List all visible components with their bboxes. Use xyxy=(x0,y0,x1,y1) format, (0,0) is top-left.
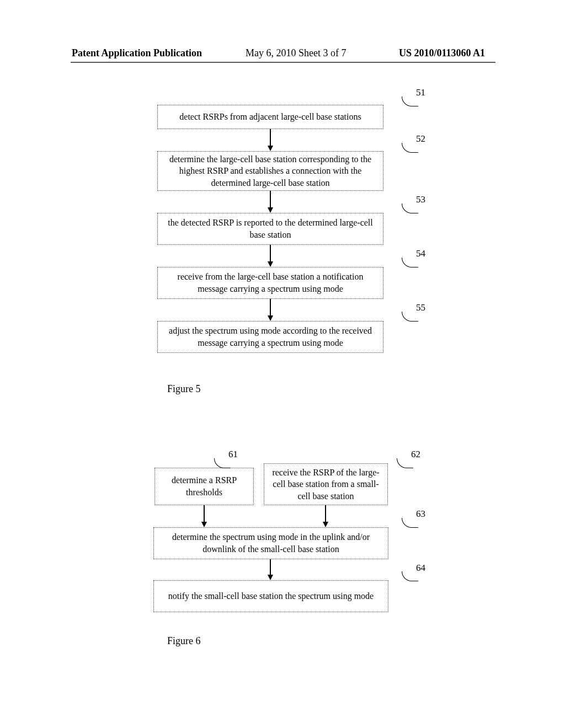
figure-caption: Figure 6 xyxy=(167,635,201,647)
flow-step-55: adjust the spectrum using mode according… xyxy=(157,321,383,353)
flow-step-text: receive the RSRP of the large-cell base … xyxy=(270,467,382,502)
flow-step-text: receive from the large-cell base station… xyxy=(163,271,377,295)
reference-leader xyxy=(402,97,418,106)
flow-step-53: the detected RSRP is reported to the det… xyxy=(157,213,383,245)
flow-step-64: notify the small-cell base station the s… xyxy=(153,580,388,612)
flow-step-54: receive from the large-cell base station… xyxy=(157,267,383,299)
reference-leader xyxy=(214,458,231,468)
header-rule xyxy=(71,62,495,63)
flow-step-text: determine a RSRP thresholds xyxy=(161,474,248,498)
figure-caption: Figure 5 xyxy=(167,383,201,395)
flow-step-text: determine the large-cell base station co… xyxy=(163,153,377,189)
flow-step-text: detect RSRPs from adjacent large-cell ba… xyxy=(179,111,361,123)
flow-step-text: notify the small-cell base station the s… xyxy=(168,590,374,602)
figure-5: detect RSRPs from adjacent large-cell ba… xyxy=(0,83,565,397)
flow-step-52: determine the large-cell base station co… xyxy=(157,151,383,191)
header-left: Patent Application Publication xyxy=(72,47,202,59)
flow-step-text: adjust the spectrum using mode according… xyxy=(163,325,377,349)
flow-step-63: determine the spectrum using mode in the… xyxy=(153,527,388,559)
header-center: May 6, 2010 Sheet 3 of 7 xyxy=(246,47,346,59)
flow-step-61: determine a RSRP thresholds xyxy=(154,468,254,505)
reference-leader xyxy=(402,518,418,528)
reference-leader xyxy=(402,258,418,267)
reference-leader xyxy=(397,458,413,468)
header-right: US 2010/0113060 A1 xyxy=(399,47,485,59)
reference-leader xyxy=(402,143,418,153)
reference-leader xyxy=(402,312,418,322)
flow-step-62: receive the RSRP of the large-cell base … xyxy=(264,463,388,505)
reference-leader xyxy=(402,204,418,213)
flow-step-text: determine the spectrum using mode in the… xyxy=(159,531,382,555)
flow-step-51: detect RSRPs from adjacent large-cell ba… xyxy=(157,105,383,129)
flow-step-text: the detected RSRP is reported to the det… xyxy=(163,217,377,240)
figure-6: determine a RSRP thresholds 61 receive t… xyxy=(0,448,565,641)
reference-leader xyxy=(402,571,418,581)
